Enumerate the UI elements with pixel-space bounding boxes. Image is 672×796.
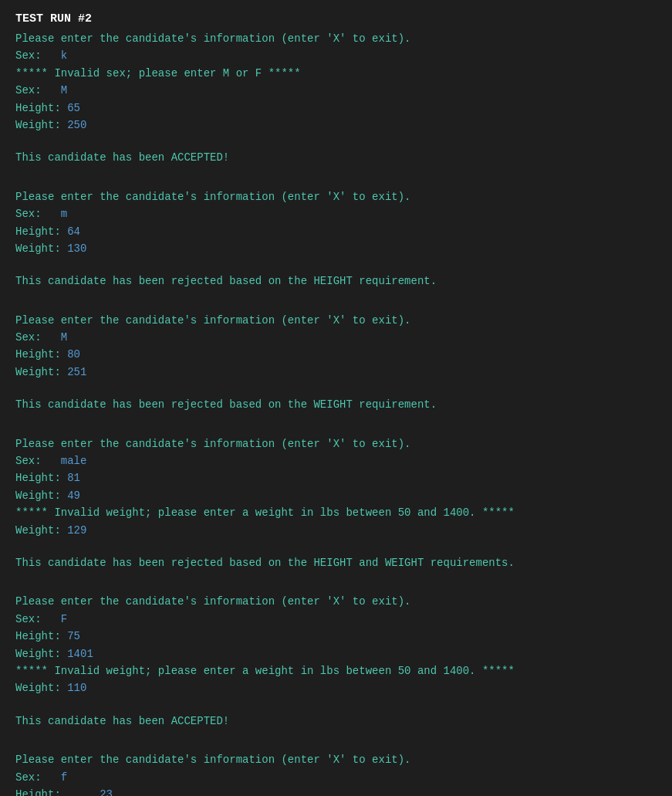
page-title: TEST RUN #2 bbox=[15, 12, 657, 25]
input-line-0: Sex: F bbox=[15, 611, 657, 628]
result-line: This candidate has been ACCEPTED! bbox=[15, 713, 657, 730]
prompt-line: Please enter the candidate's information… bbox=[15, 435, 657, 452]
field-label: Weight: bbox=[15, 366, 67, 378]
input-line-1: Height: 75 bbox=[15, 628, 657, 645]
result-line: This candidate has been ACCEPTED! bbox=[15, 149, 657, 166]
result-line: This candidate has been rejected based o… bbox=[15, 554, 657, 571]
input-line-0: Sex: k bbox=[15, 47, 657, 64]
field-value: M bbox=[61, 84, 67, 97]
field-label: Height: bbox=[15, 225, 67, 238]
prompt-line: Please enter the candidate's information… bbox=[15, 312, 657, 329]
prompt-line: Please enter the candidate's information… bbox=[15, 188, 657, 205]
field-value: m bbox=[61, 208, 67, 220]
input-line-2: Weight: 130 bbox=[15, 240, 657, 257]
prompt-line: Please enter the candidate's information… bbox=[15, 593, 657, 610]
field-label: Weight: bbox=[15, 682, 67, 694]
field-label: Height: bbox=[15, 788, 100, 796]
input-line-0: Sex: m bbox=[15, 205, 657, 222]
input-line-4: Weight: 250 bbox=[15, 117, 657, 134]
input-line-2: Sex: M bbox=[15, 82, 657, 99]
prompt-line: Please enter the candidate's information… bbox=[15, 30, 657, 47]
field-value: 49 bbox=[67, 489, 80, 502]
field-value: 23 bbox=[100, 788, 113, 796]
field-value: M bbox=[61, 331, 67, 344]
input-line-1: Height: 64 bbox=[15, 223, 657, 240]
field-label: Sex: bbox=[15, 455, 61, 467]
field-value: f bbox=[61, 771, 67, 784]
field-label: Sex: bbox=[15, 771, 61, 784]
field-label: Height: bbox=[15, 102, 67, 114]
field-label: Height: bbox=[15, 348, 67, 361]
test-block-4: Please enter the candidate's information… bbox=[15, 593, 657, 745]
input-line-4: Weight: 129 bbox=[15, 522, 657, 539]
field-label: Sex: bbox=[15, 613, 61, 625]
test-block-0: Please enter the candidate's information… bbox=[15, 30, 657, 182]
input-line-1: Height: 23 bbox=[15, 786, 657, 796]
result-line: This candidate has been rejected based o… bbox=[15, 396, 657, 413]
field-value: 64 bbox=[67, 225, 80, 238]
field-value: 1401 bbox=[67, 648, 93, 660]
field-label: Weight: bbox=[15, 524, 67, 537]
input-line-2: Weight: 1401 bbox=[15, 645, 657, 662]
field-value: 81 bbox=[67, 472, 80, 484]
field-value: 130 bbox=[67, 242, 86, 255]
input-line-0: Sex: f bbox=[15, 769, 657, 786]
input-line-1: Height: 81 bbox=[15, 469, 657, 486]
field-label: Sex: bbox=[15, 208, 61, 220]
field-value: 110 bbox=[67, 682, 86, 694]
field-value: F bbox=[61, 613, 67, 625]
field-label: Weight: bbox=[15, 119, 67, 131]
field-value: 80 bbox=[67, 348, 80, 361]
field-value: male bbox=[61, 455, 87, 467]
field-value: 250 bbox=[67, 119, 86, 131]
input-line-2: Weight: 49 bbox=[15, 487, 657, 504]
prompt-line: Please enter the candidate's information… bbox=[15, 751, 657, 768]
input-line-3: ***** Invalid weight; please enter a wei… bbox=[15, 504, 657, 521]
input-line-0: Sex: male bbox=[15, 452, 657, 469]
field-value: 251 bbox=[67, 366, 86, 378]
input-line-3: ***** Invalid weight; please enter a wei… bbox=[15, 662, 657, 679]
test-block-2: Please enter the candidate's information… bbox=[15, 312, 657, 429]
field-label: Weight: bbox=[15, 242, 67, 255]
content-area: Please enter the candidate's information… bbox=[15, 30, 657, 796]
input-line-1: ***** Invalid sex; please enter M or F *… bbox=[15, 65, 657, 82]
field-value: 75 bbox=[67, 630, 80, 642]
input-line-4: Weight: 110 bbox=[15, 679, 657, 696]
test-block-5: Please enter the candidate's information… bbox=[15, 751, 657, 796]
field-value: 129 bbox=[67, 524, 86, 537]
field-label: Weight: bbox=[15, 489, 67, 502]
field-label: Height: bbox=[15, 630, 67, 642]
field-label: Weight: bbox=[15, 648, 67, 660]
input-line-0: Sex: M bbox=[15, 329, 657, 346]
test-block-1: Please enter the candidate's information… bbox=[15, 188, 657, 306]
input-line-3: Height: 65 bbox=[15, 100, 657, 117]
field-label: Height: bbox=[15, 472, 67, 484]
input-line-1: Height: 80 bbox=[15, 346, 657, 363]
field-label: Sex: bbox=[15, 49, 61, 62]
input-line-2: Weight: 251 bbox=[15, 364, 657, 381]
field-label: Sex: bbox=[15, 84, 61, 97]
field-value: k bbox=[61, 49, 67, 62]
field-value: 65 bbox=[67, 102, 80, 114]
result-line: This candidate has been rejected based o… bbox=[15, 273, 657, 290]
field-label: Sex: bbox=[15, 331, 61, 344]
test-block-3: Please enter the candidate's information… bbox=[15, 435, 657, 588]
